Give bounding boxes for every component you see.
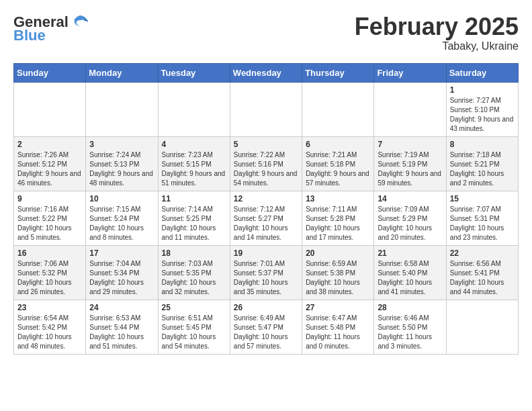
day-info: Sunrise: 6:46 AM Sunset: 5:50 PM Dayligh…: [378, 314, 442, 351]
day-info: Sunrise: 7:03 AM Sunset: 5:35 PM Dayligh…: [162, 259, 226, 297]
table-row: [230, 82, 302, 136]
day-info: Sunrise: 7:15 AM Sunset: 5:24 PM Dayligh…: [89, 205, 154, 242]
day-number: 3: [89, 140, 154, 149]
day-number: 28: [378, 303, 442, 312]
day-number: 19: [234, 248, 298, 258]
table-row: [374, 82, 446, 136]
title-block: February 2025 Tabaky, Ukraine: [355, 13, 519, 52]
day-number: 13: [306, 194, 370, 203]
table-row: 22Sunrise: 6:56 AM Sunset: 5:41 PM Dayli…: [446, 245, 518, 300]
day-number: 10: [89, 194, 154, 203]
day-info: Sunrise: 7:18 AM Sunset: 5:21 PM Dayligh…: [450, 150, 515, 188]
header-wednesday: Wednesday: [230, 63, 302, 82]
day-info: Sunrise: 6:58 AM Sunset: 5:40 PM Dayligh…: [378, 259, 442, 297]
logo: General Blue: [13, 13, 89, 44]
table-row: 25Sunrise: 6:51 AM Sunset: 5:45 PM Dayli…: [158, 300, 230, 354]
table-row: 14Sunrise: 7:09 AM Sunset: 5:29 PM Dayli…: [374, 191, 446, 245]
table-row: 3Sunrise: 7:24 AM Sunset: 5:13 PM Daylig…: [86, 136, 158, 191]
day-number: 6: [306, 140, 370, 149]
header-sunday: Sunday: [14, 63, 86, 82]
table-row: 4Sunrise: 7:23 AM Sunset: 5:15 PM Daylig…: [158, 136, 230, 191]
table-row: 19Sunrise: 7:01 AM Sunset: 5:37 PM Dayli…: [230, 245, 302, 300]
day-info: Sunrise: 7:14 AM Sunset: 5:25 PM Dayligh…: [162, 205, 226, 242]
table-row: 26Sunrise: 6:49 AM Sunset: 5:47 PM Dayli…: [230, 300, 302, 354]
day-number: 1: [450, 85, 515, 95]
table-row: 27Sunrise: 6:47 AM Sunset: 5:48 PM Dayli…: [302, 300, 374, 354]
table-row: 24Sunrise: 6:53 AM Sunset: 5:44 PM Dayli…: [86, 300, 158, 354]
logo-blue: Blue: [13, 27, 46, 44]
table-row: 9Sunrise: 7:16 AM Sunset: 5:22 PM Daylig…: [14, 191, 86, 245]
table-row: [158, 82, 230, 136]
day-info: Sunrise: 7:07 AM Sunset: 5:31 PM Dayligh…: [450, 205, 515, 242]
logo-bird-icon: [71, 14, 89, 30]
day-info: Sunrise: 6:53 AM Sunset: 5:44 PM Dayligh…: [89, 314, 154, 351]
calendar-week-2: 2Sunrise: 7:26 AM Sunset: 5:12 PM Daylig…: [14, 136, 519, 191]
day-number: 4: [162, 140, 226, 149]
calendar-week-1: 1Sunrise: 7:27 AM Sunset: 5:10 PM Daylig…: [14, 82, 519, 136]
day-info: Sunrise: 7:26 AM Sunset: 5:12 PM Dayligh…: [17, 150, 82, 188]
header-saturday: Saturday: [446, 63, 518, 82]
day-number: 8: [450, 140, 515, 149]
table-row: 23Sunrise: 6:54 AM Sunset: 5:42 PM Dayli…: [14, 300, 86, 354]
day-number: 16: [17, 248, 82, 258]
day-info: Sunrise: 7:04 AM Sunset: 5:34 PM Dayligh…: [89, 259, 154, 297]
table-row: 1Sunrise: 7:27 AM Sunset: 5:10 PM Daylig…: [446, 82, 518, 136]
header-tuesday: Tuesday: [158, 63, 230, 82]
table-row: [302, 82, 374, 136]
day-info: Sunrise: 7:11 AM Sunset: 5:28 PM Dayligh…: [306, 205, 370, 242]
table-row: 6Sunrise: 7:21 AM Sunset: 5:18 PM Daylig…: [302, 136, 374, 191]
day-number: 23: [17, 303, 82, 312]
day-info: Sunrise: 6:56 AM Sunset: 5:41 PM Dayligh…: [450, 259, 515, 297]
day-info: Sunrise: 7:09 AM Sunset: 5:29 PM Dayligh…: [378, 205, 442, 242]
day-number: 5: [234, 140, 298, 149]
day-number: 2: [17, 140, 82, 149]
table-row: 15Sunrise: 7:07 AM Sunset: 5:31 PM Dayli…: [446, 191, 518, 245]
calendar-week-5: 23Sunrise: 6:54 AM Sunset: 5:42 PM Dayli…: [14, 300, 519, 354]
table-row: 8Sunrise: 7:18 AM Sunset: 5:21 PM Daylig…: [446, 136, 518, 191]
calendar-subtitle: Tabaky, Ukraine: [355, 40, 519, 52]
day-info: Sunrise: 6:54 AM Sunset: 5:42 PM Dayligh…: [17, 314, 82, 351]
day-info: Sunrise: 7:23 AM Sunset: 5:15 PM Dayligh…: [162, 150, 226, 188]
day-info: Sunrise: 7:22 AM Sunset: 5:16 PM Dayligh…: [234, 150, 298, 188]
page-header: General Blue February 2025 Tabaky, Ukrai…: [13, 13, 519, 52]
day-info: Sunrise: 6:59 AM Sunset: 5:38 PM Dayligh…: [306, 259, 370, 297]
day-number: 9: [17, 194, 82, 203]
table-row: 12Sunrise: 7:12 AM Sunset: 5:27 PM Dayli…: [230, 191, 302, 245]
day-number: 24: [89, 303, 154, 312]
day-number: 22: [450, 248, 515, 258]
table-row: 11Sunrise: 7:14 AM Sunset: 5:25 PM Dayli…: [158, 191, 230, 245]
calendar-table: Sunday Monday Tuesday Wednesday Thursday…: [13, 63, 519, 355]
day-number: 7: [378, 140, 442, 149]
day-info: Sunrise: 7:12 AM Sunset: 5:27 PM Dayligh…: [234, 205, 298, 242]
calendar-week-4: 16Sunrise: 7:06 AM Sunset: 5:32 PM Dayli…: [14, 245, 519, 300]
day-info: Sunrise: 7:16 AM Sunset: 5:22 PM Dayligh…: [17, 205, 82, 242]
day-info: Sunrise: 7:01 AM Sunset: 5:37 PM Dayligh…: [234, 259, 298, 297]
header-friday: Friday: [374, 63, 446, 82]
table-row: [86, 82, 158, 136]
calendar-header-row: Sunday Monday Tuesday Wednesday Thursday…: [14, 63, 519, 82]
table-row: 20Sunrise: 6:59 AM Sunset: 5:38 PM Dayli…: [302, 245, 374, 300]
table-row: [14, 82, 86, 136]
day-info: Sunrise: 7:19 AM Sunset: 5:19 PM Dayligh…: [378, 150, 442, 188]
table-row: 13Sunrise: 7:11 AM Sunset: 5:28 PM Dayli…: [302, 191, 374, 245]
calendar-week-3: 9Sunrise: 7:16 AM Sunset: 5:22 PM Daylig…: [14, 191, 519, 245]
table-row: 5Sunrise: 7:22 AM Sunset: 5:16 PM Daylig…: [230, 136, 302, 191]
header-thursday: Thursday: [302, 63, 374, 82]
day-number: 14: [378, 194, 442, 203]
day-info: Sunrise: 6:49 AM Sunset: 5:47 PM Dayligh…: [234, 314, 298, 351]
day-number: 21: [378, 248, 442, 258]
day-number: 26: [234, 303, 298, 312]
day-number: 15: [450, 194, 515, 203]
day-number: 25: [162, 303, 226, 312]
table-row: 18Sunrise: 7:03 AM Sunset: 5:35 PM Dayli…: [158, 245, 230, 300]
table-row: [446, 300, 518, 354]
table-row: 7Sunrise: 7:19 AM Sunset: 5:19 PM Daylig…: [374, 136, 446, 191]
header-monday: Monday: [86, 63, 158, 82]
day-number: 17: [89, 248, 154, 258]
table-row: 2Sunrise: 7:26 AM Sunset: 5:12 PM Daylig…: [14, 136, 86, 191]
calendar-title: February 2025: [355, 13, 519, 40]
day-info: Sunrise: 6:51 AM Sunset: 5:45 PM Dayligh…: [162, 314, 226, 351]
table-row: 28Sunrise: 6:46 AM Sunset: 5:50 PM Dayli…: [374, 300, 446, 354]
day-info: Sunrise: 7:24 AM Sunset: 5:13 PM Dayligh…: [89, 150, 154, 188]
day-info: Sunrise: 7:21 AM Sunset: 5:18 PM Dayligh…: [306, 150, 370, 188]
